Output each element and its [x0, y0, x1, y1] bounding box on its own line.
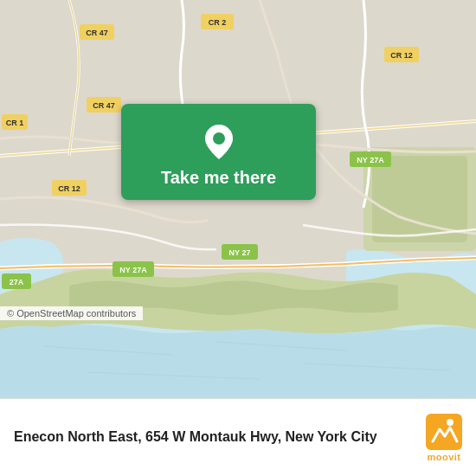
location-pin-icon — [202, 123, 236, 161]
moovit-text: moovit — [427, 452, 460, 462]
bottom-panel: Enecon North East, 654 W Montauk Hwy, Ne… — [0, 398, 476, 476]
svg-text:NY 27A: NY 27A — [119, 266, 147, 274]
take-me-there-button[interactable]: Take me there — [121, 104, 316, 200]
location-info: Enecon North East, 654 W Montauk Hwy, Ne… — [14, 428, 415, 447]
svg-text:CR 47: CR 47 — [93, 101, 115, 110]
svg-text:CR 2: CR 2 — [209, 18, 227, 27]
svg-text:NY 27A: NY 27A — [357, 156, 384, 164]
action-button-container: Take me there — [121, 104, 316, 200]
svg-text:CR 47: CR 47 — [86, 29, 108, 37]
svg-text:CR 12: CR 12 — [58, 184, 80, 193]
map-attribution: © OpenStreetMap contributors — [0, 306, 143, 320]
action-button-label: Take me there — [161, 168, 276, 188]
svg-rect-31 — [426, 414, 462, 450]
svg-text:CR 1: CR 1 — [6, 119, 24, 127]
svg-rect-2 — [372, 156, 467, 242]
map-container: CR 47 CR 2 CR 12 CR 47 CR 1 CR 12 NY 27A… — [0, 0, 476, 398]
moovit-logo: moovit — [426, 414, 462, 462]
svg-text:27A: 27A — [10, 278, 24, 286]
svg-point-30 — [213, 132, 225, 145]
svg-point-32 — [447, 419, 453, 426]
svg-text:NY 27: NY 27 — [229, 248, 251, 257]
moovit-icon — [426, 414, 462, 450]
svg-text:CR 12: CR 12 — [390, 51, 413, 60]
location-name: Enecon North East, 654 W Montauk Hwy, Ne… — [14, 428, 415, 447]
